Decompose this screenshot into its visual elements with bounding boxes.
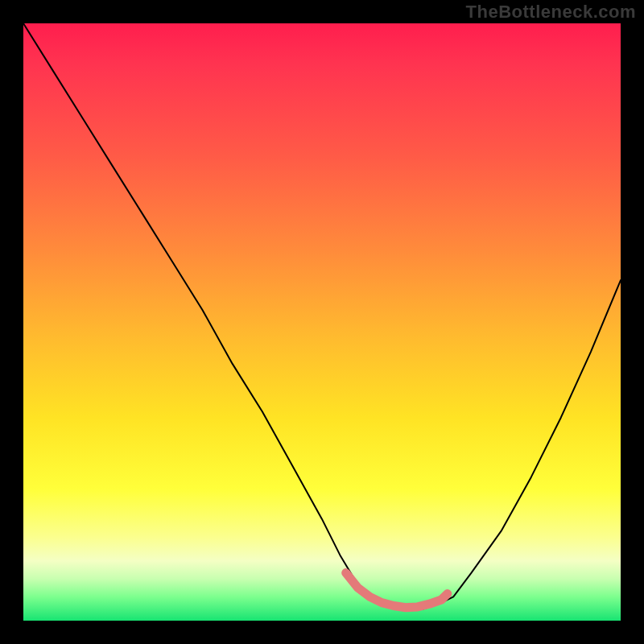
chart-frame: TheBottleneck.com: [0, 0, 644, 644]
plot-area: [23, 23, 621, 621]
watermark-text: TheBottleneck.com: [466, 2, 636, 23]
bottleneck-curve: [23, 23, 621, 609]
curve-svg: [23, 23, 621, 621]
sweet-spot-highlight: [346, 573, 448, 608]
